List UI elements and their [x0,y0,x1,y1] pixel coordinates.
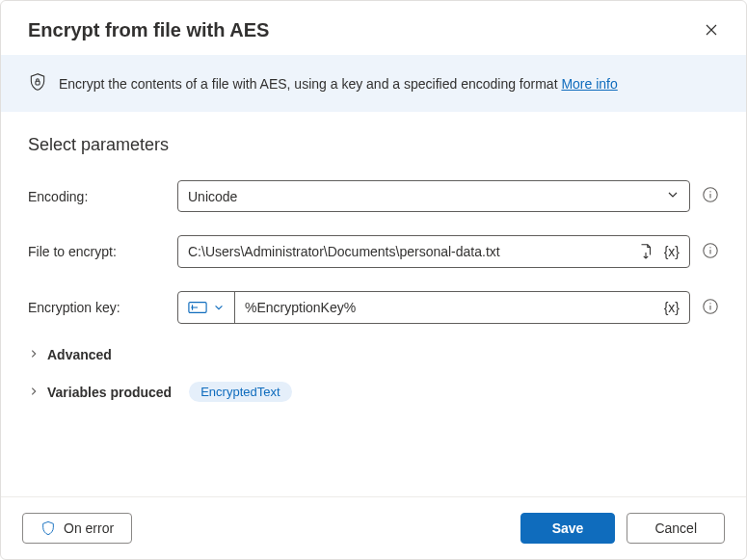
key-info-icon[interactable] [702,298,719,318]
close-button[interactable] [700,18,723,41]
dialog-title: Encrypt from file with AES [28,19,269,41]
banner-text: Encrypt the contents of a file with AES,… [59,76,618,92]
on-error-button[interactable]: On error [22,513,132,544]
dialog-content: Select parameters Encoding: Unicode File… [1,112,746,496]
advanced-toggle[interactable]: Advanced [28,347,719,362]
variables-produced-label: Variables produced [47,385,172,400]
shield-lock-icon [28,72,47,94]
variable-chip[interactable]: EncryptedText [189,382,291,402]
param-row-encoding: Encoding: Unicode [28,180,719,212]
chevron-right-icon [28,347,40,362]
more-info-link[interactable]: More info [561,76,617,92]
advanced-label: Advanced [47,347,112,362]
section-title: Select parameters [28,135,719,155]
encoding-label: Encoding: [28,189,177,204]
banner-message: Encrypt the contents of a file with AES,… [59,76,561,92]
variables-produced-toggle[interactable]: Variables produced EncryptedText [28,382,719,402]
svg-point-2 [709,191,710,192]
key-input-wrapper: {x} [177,291,690,324]
on-error-label: On error [64,520,114,536]
encoding-select[interactable]: Unicode [177,180,690,212]
save-button[interactable]: Save [520,513,616,544]
param-row-key: Encryption key: {x} [28,291,719,324]
file-variable-button[interactable]: {x} [662,242,681,261]
file-picker-button[interactable] [635,241,656,262]
key-type-picker[interactable] [178,292,235,323]
file-info-icon[interactable] [702,242,719,262]
info-banner: Encrypt the contents of a file with AES,… [1,55,746,112]
variable-icon: {x} [664,244,680,259]
variable-icon: {x} [664,300,680,315]
svg-point-4 [709,247,710,248]
text-type-icon [188,301,207,314]
key-input[interactable] [235,292,662,323]
dialog-header: Encrypt from file with AES [1,1,746,55]
file-input[interactable] [178,236,635,267]
dialog-footer: On error Save Cancel [1,496,746,559]
encoding-value: Unicode [188,189,237,204]
key-label: Encryption key: [28,300,177,315]
svg-rect-0 [36,81,40,85]
svg-point-9 [709,303,710,304]
file-input-wrapper: {x} [177,235,690,268]
close-icon [704,22,719,38]
key-variable-button[interactable]: {x} [662,298,681,317]
chevron-right-icon [28,385,40,400]
chevron-down-icon [666,188,680,204]
shield-icon [40,520,56,536]
encoding-info-icon[interactable] [702,186,719,206]
file-label: File to encrypt: [28,244,177,259]
cancel-button[interactable]: Cancel [627,513,725,544]
file-picker-icon [637,243,654,260]
param-row-file: File to encrypt: {x} [28,235,719,268]
chevron-down-icon [213,302,225,313]
